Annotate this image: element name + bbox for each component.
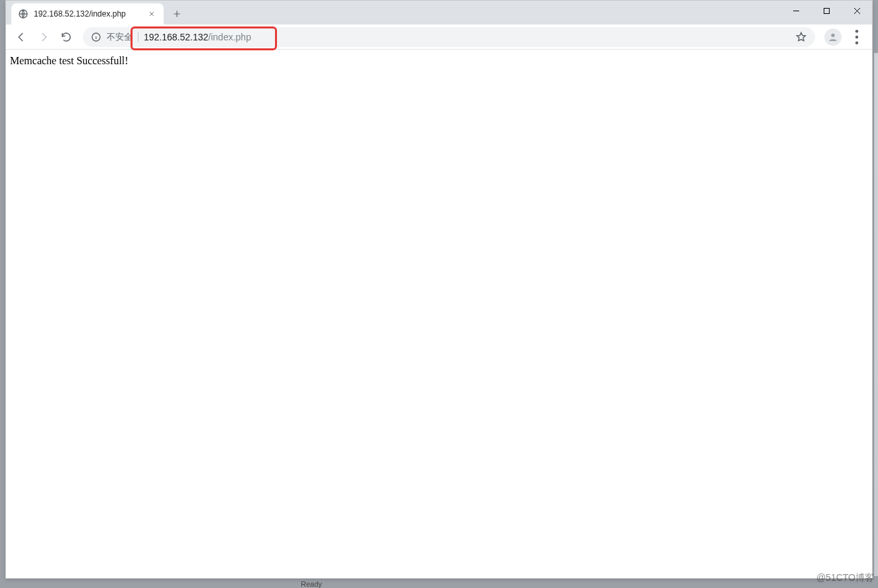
- url-path: /index.php: [208, 32, 251, 42]
- close-tab-icon[interactable]: [146, 9, 157, 19]
- svg-rect-1: [824, 8, 829, 13]
- url-host: 192.168.52.132: [144, 32, 208, 42]
- svg-point-6: [855, 30, 859, 33]
- globe-icon: [18, 9, 28, 19]
- tab-strip: 192.168.52.132/index.php: [6, 1, 872, 24]
- svg-point-8: [855, 41, 859, 44]
- security-status: 不安全: [107, 31, 133, 43]
- browser-tab[interactable]: 192.168.52.132/index.php: [11, 3, 164, 24]
- tab-title: 192.168.52.132/index.php: [34, 9, 141, 19]
- profile-avatar[interactable]: [824, 28, 842, 46]
- forward-button[interactable]: [34, 27, 54, 47]
- window-close-button[interactable]: [842, 1, 872, 21]
- maximize-button[interactable]: [811, 1, 842, 21]
- new-tab-button[interactable]: [168, 5, 186, 23]
- address-bar[interactable]: 不安全 192.168.52.132/index.php: [83, 27, 815, 47]
- svg-point-5: [831, 33, 834, 36]
- minimize-button[interactable]: [781, 1, 811, 21]
- background-window-edge: [874, 53, 878, 576]
- back-button[interactable]: [11, 27, 31, 47]
- page-body-text: Memcache test Successfull!: [10, 55, 129, 67]
- reload-button[interactable]: [56, 27, 76, 47]
- site-info-icon[interactable]: [91, 32, 101, 42]
- page-viewport[interactable]: Memcache test Successfull!: [6, 50, 872, 578]
- kebab-menu-icon[interactable]: [847, 27, 867, 47]
- svg-point-7: [855, 35, 859, 38]
- bookmark-star-icon[interactable]: [795, 31, 807, 43]
- statusbar-peek: Ready: [301, 580, 322, 588]
- browser-window: 192.168.52.132/index.php: [5, 0, 873, 579]
- window-controls: [781, 1, 872, 21]
- toolbar: 不安全 192.168.52.132/index.php: [6, 24, 872, 50]
- url-text[interactable]: 192.168.52.132/index.php: [144, 32, 790, 42]
- watermark-text: @51CTO博客: [816, 572, 874, 584]
- omnibox-separator: [138, 32, 138, 42]
